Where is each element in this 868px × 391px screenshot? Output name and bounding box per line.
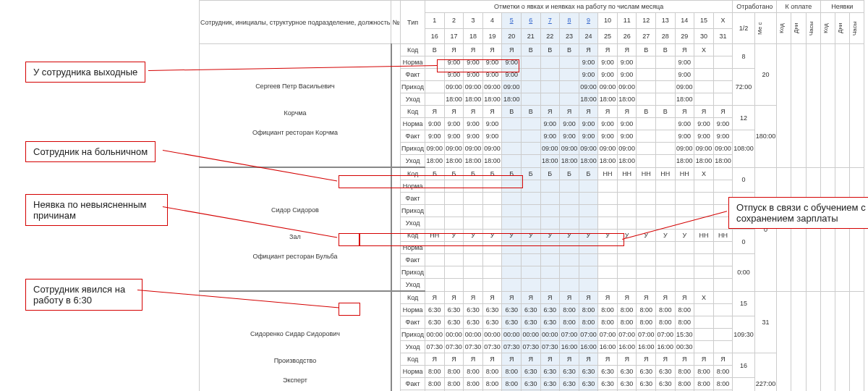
callout-arrived: Сотрудник явился на работу в 6:30 bbox=[25, 279, 142, 311]
callout-study: Отпуск в связи с обучением с сохранением… bbox=[728, 197, 868, 229]
callout-weekend: У сотрудника выходные bbox=[25, 62, 145, 83]
callout-sick: Сотрудник на больничном bbox=[25, 141, 156, 162]
callout-unknown: Неявка по невыясненным причинам bbox=[25, 194, 168, 226]
timesheet-table: Сотрудник, инициалы, структурное подразд… bbox=[199, 0, 864, 391]
